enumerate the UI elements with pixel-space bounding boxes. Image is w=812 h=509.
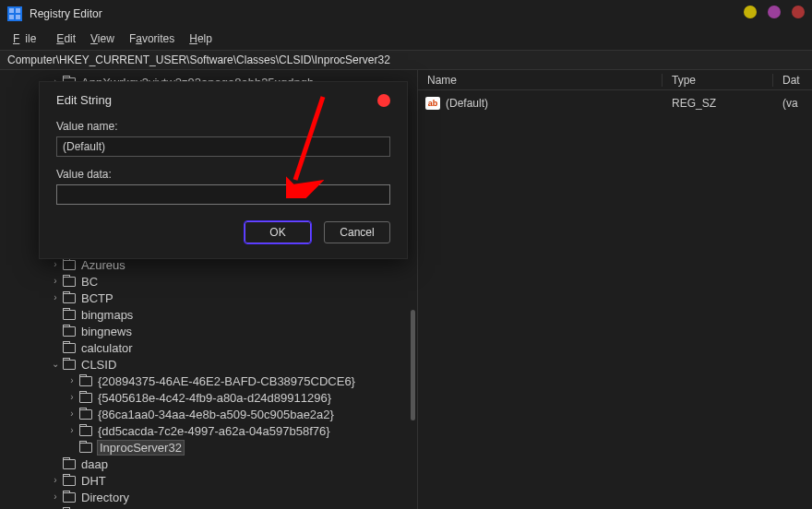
tree-item[interactable]: ›{5405618e-4c42-4fb9-a80a-d24d89911296} xyxy=(0,389,417,406)
folder-icon xyxy=(79,393,92,403)
tree-item[interactable]: ›Directory xyxy=(0,489,417,505)
dialog-title: Edit String xyxy=(56,93,112,107)
folder-icon xyxy=(79,376,92,386)
folder-icon xyxy=(79,426,92,436)
chevron-right-icon[interactable]: › xyxy=(50,277,61,286)
address-text: Computer\HKEY_CURRENT_USER\Software\Clas… xyxy=(7,53,390,66)
tree-item[interactable]: calculator xyxy=(0,339,417,356)
tree-item-label: BCTP xyxy=(81,291,113,305)
tree-item-label: bingnews xyxy=(81,325,132,338)
value-name-input[interactable] xyxy=(56,136,390,157)
col-header-data[interactable]: Dat xyxy=(773,74,812,87)
chevron-right-icon[interactable]: › xyxy=(66,426,78,435)
tree-item[interactable]: ⌄CLSID xyxy=(0,356,417,373)
tree-item[interactable]: ›{20894375-46AE-46E2-BAFD-CB38975CDCE6} xyxy=(0,373,417,389)
maximize-button[interactable] xyxy=(768,6,781,18)
tree-item-label: {86ca1aa0-34aa-4e8b-a509-50c905bae2a2} xyxy=(98,408,334,421)
cancel-button[interactable]: Cancel xyxy=(324,221,390,243)
folder-icon xyxy=(63,260,76,270)
tree-item-label: Directory xyxy=(81,491,129,504)
folder-icon xyxy=(79,409,92,420)
tree-item[interactable]: ›{86ca1aa0-34aa-4e8b-a509-50c905bae2a2} xyxy=(0,406,417,422)
value-data-label: Value data: xyxy=(56,168,390,181)
chevron-right-icon[interactable]: › xyxy=(66,393,78,402)
chevron-right-icon[interactable]: › xyxy=(50,260,61,269)
values-panel: Name Type Dat ab(Default)REG_SZ(va xyxy=(418,70,812,509)
folder-icon xyxy=(63,343,76,353)
tree-item-label: daap xyxy=(81,457,108,471)
close-button[interactable] xyxy=(792,6,805,18)
dialog-close-icon[interactable] xyxy=(377,94,390,107)
tree-item-label: bingmaps xyxy=(81,308,133,322)
chevron-right-icon[interactable]: › xyxy=(50,492,61,502)
folder-icon xyxy=(63,293,76,303)
chevron-down-icon[interactable]: ⌄ xyxy=(50,360,61,369)
address-bar[interactable]: Computer\HKEY_CURRENT_USER\Software\Clas… xyxy=(0,50,812,70)
tree-item[interactable]: ›BC xyxy=(0,273,417,290)
menu-view[interactable]: View xyxy=(85,30,120,47)
tree-item[interactable]: ›{dd5cacda-7c2e-4997-a62a-04a597b58f76} xyxy=(0,422,417,439)
tree-item-label: {5405618e-4c42-4fb9-a80a-d24d89911296} xyxy=(98,391,331,405)
value-type: REG_SZ xyxy=(663,97,773,110)
tree-item-label: {20894375-46AE-46E2-BAFD-CB38975CDCE6} xyxy=(98,374,355,388)
folder-icon xyxy=(63,459,76,469)
tree-item-label: Azureus xyxy=(81,258,125,272)
tree-item[interactable]: daap xyxy=(0,456,417,472)
value-row[interactable]: ab(Default)REG_SZ(va xyxy=(418,94,812,112)
chevron-right-icon[interactable]: › xyxy=(50,476,61,485)
titlebar: Registry Editor xyxy=(0,0,812,28)
tree-item[interactable]: ›DHT xyxy=(0,472,417,489)
folder-icon xyxy=(63,492,76,503)
tree-item-label: InprocServer32 xyxy=(98,441,184,455)
folder-icon xyxy=(63,476,76,486)
folder-icon xyxy=(63,310,76,320)
edit-string-dialog: Edit String Value name: Value data: OK C… xyxy=(39,81,408,259)
tree-item[interactable]: ›discord-712465656758665259 xyxy=(0,505,417,509)
window-title: Registry Editor xyxy=(30,7,102,20)
tree-item-label: {dd5cacda-7c2e-4997-a62a-04a597b58f76} xyxy=(98,424,330,438)
menu-help[interactable]: Help xyxy=(184,30,218,47)
tree-item-label: DHT xyxy=(81,474,106,488)
values-header: Name Type Dat xyxy=(418,70,812,90)
folder-icon xyxy=(79,443,92,453)
tree-item[interactable]: InprocServer32 xyxy=(0,439,417,456)
tree-item[interactable]: ›BCTP xyxy=(0,290,417,306)
ok-button[interactable]: OK xyxy=(245,221,311,243)
tree-item-label: BC xyxy=(81,275,98,289)
col-header-name[interactable]: Name xyxy=(418,74,663,87)
window-controls xyxy=(744,6,805,18)
col-header-type[interactable]: Type xyxy=(663,74,773,87)
tree-item[interactable]: bingmaps xyxy=(0,306,417,323)
folder-icon xyxy=(63,277,76,287)
chevron-right-icon[interactable]: › xyxy=(50,293,61,302)
chevron-right-icon[interactable]: › xyxy=(66,409,78,419)
menubar: File Edit View Favorites Help xyxy=(0,28,812,50)
tree-item-label: calculator xyxy=(81,341,133,355)
folder-icon xyxy=(63,360,76,370)
chevron-right-icon[interactable]: › xyxy=(66,376,78,385)
tree-item-label: CLSID xyxy=(81,358,116,372)
menu-favorites[interactable]: Favorites xyxy=(124,30,180,47)
value-data-input[interactable] xyxy=(56,184,390,205)
folder-icon xyxy=(63,326,76,337)
value-name-label: Value name: xyxy=(56,120,390,133)
menu-edit[interactable]: Edit xyxy=(51,30,81,47)
minimize-button[interactable] xyxy=(744,6,757,18)
value-data: (va xyxy=(773,97,812,110)
scrollbar-thumb[interactable] xyxy=(411,310,415,420)
menu-file[interactable]: File xyxy=(7,30,47,47)
app-icon xyxy=(7,6,22,21)
string-value-icon: ab xyxy=(425,97,440,110)
value-name: (Default) xyxy=(446,97,663,110)
tree-item[interactable]: bingnews xyxy=(0,323,417,339)
